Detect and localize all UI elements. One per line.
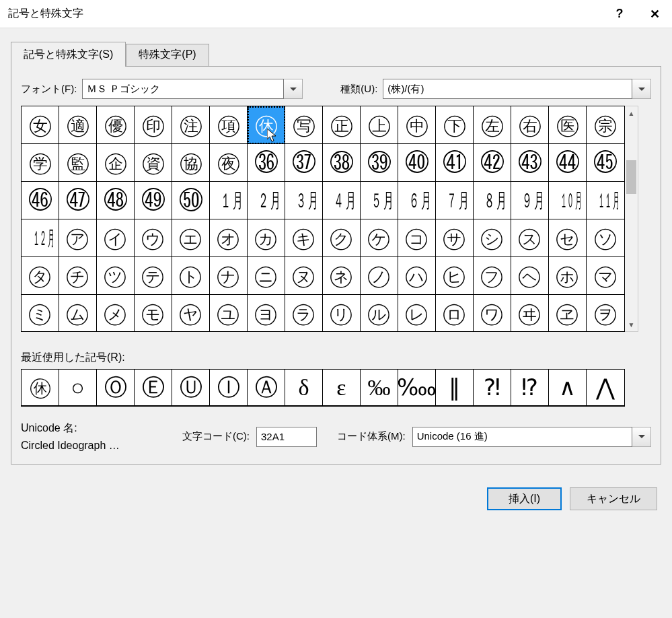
grid-cell[interactable]: ㊤ <box>361 106 398 144</box>
grid-cell[interactable]: ㋪ <box>436 257 474 295</box>
grid-cell[interactable]: ㊬ <box>59 144 97 182</box>
grid-cell[interactable]: ㋯ <box>22 295 59 332</box>
recent-cell[interactable]: ‱ <box>398 370 436 406</box>
grid-cell[interactable]: ㋉ <box>549 182 587 219</box>
grid-cell[interactable]: ㋀ <box>210 182 248 219</box>
grid-cell[interactable]: ㋥ <box>248 257 285 295</box>
grid-cell[interactable]: ㊩ <box>549 106 587 144</box>
grid-cell[interactable]: ㋚ <box>436 219 474 257</box>
recent-cell[interactable]: ε <box>323 370 361 406</box>
grid-cell[interactable]: ㋟ <box>22 257 59 295</box>
grid-cell[interactable]: ㊷ <box>474 144 511 182</box>
grid-cell[interactable]: ㋈ <box>511 182 549 219</box>
char-code-field[interactable] <box>256 427 317 447</box>
grid-scrollbar[interactable]: ▲ ▼ <box>625 106 638 332</box>
grid-cell[interactable]: ㋕ <box>248 219 285 257</box>
grid-cell[interactable]: ㊣ <box>323 106 361 144</box>
grid-cell[interactable]: ㋑ <box>97 219 135 257</box>
grid-cell[interactable]: ㊶ <box>436 144 474 182</box>
grid-cell[interactable]: ㊠ <box>210 106 248 144</box>
grid-cell[interactable]: ㊸ <box>511 144 549 182</box>
help-button[interactable]: ? <box>602 0 637 28</box>
recent-cell[interactable]: ○ <box>59 370 97 406</box>
grid-cell[interactable]: ㋳ <box>172 295 210 332</box>
grid-cell[interactable]: ㊡ <box>248 106 285 144</box>
recent-cell[interactable]: δ <box>285 370 323 406</box>
grid-cell[interactable]: ㊰ <box>210 144 248 182</box>
grid-cell[interactable]: ㋾ <box>587 295 624 332</box>
grid-cell[interactable]: ㋞ <box>587 219 624 257</box>
from-dropdown-button[interactable] <box>632 427 651 447</box>
grid-cell[interactable]: ㊭ <box>97 144 135 182</box>
font-input[interactable] <box>82 79 284 99</box>
cancel-button[interactable]: キャンセル <box>570 487 657 510</box>
from-input[interactable] <box>412 427 632 447</box>
grid-cell[interactable]: ㋘ <box>361 219 398 257</box>
grid-cell[interactable]: ㊟ <box>172 106 210 144</box>
recent-cell[interactable]: Ⓘ <box>210 370 248 406</box>
grid-cell[interactable]: ㊥ <box>398 106 436 144</box>
grid-cell[interactable]: ㊺ <box>587 144 624 182</box>
recent-cell[interactable]: ‖ <box>436 370 474 406</box>
grid-cell[interactable]: ㋽ <box>549 295 587 332</box>
recent-grid[interactable]: ㊡○ⓄⒺⓊⒾⒶδε‰‱‖⁈⁉∧⋀ <box>21 369 625 407</box>
insert-button[interactable]: 挿入(I) <box>487 487 562 510</box>
grid-cell[interactable]: ㋴ <box>210 295 248 332</box>
grid-cell[interactable]: ㋅ <box>398 182 436 219</box>
grid-cell[interactable]: ㋶ <box>285 295 323 332</box>
grid-cell[interactable]: ㊦ <box>436 106 474 144</box>
scroll-track[interactable] <box>625 120 638 318</box>
grid-cell[interactable]: ㊨ <box>511 106 549 144</box>
character-grid[interactable]: ㊛㊜㊝㊞㊟㊠㊡㊢㊣㊤㊥㊦㊧㊨㊩㊪㊫㊬㊭㊮㊯㊰㊱㊲㊳㊴㊵㊶㊷㊸㊹㊺㊻㊼㊽㊾㊿㋀㋁㋂… <box>21 106 625 332</box>
recent-cell[interactable]: ⁉ <box>511 370 549 406</box>
grid-cell[interactable]: ㊱ <box>248 144 285 182</box>
grid-cell[interactable]: ㋔ <box>210 219 248 257</box>
grid-cell[interactable]: ㋢ <box>135 257 172 295</box>
grid-cell[interactable]: ㊧ <box>474 106 511 144</box>
grid-cell[interactable]: ㊿ <box>172 182 210 219</box>
grid-cell[interactable]: ㋹ <box>398 295 436 332</box>
grid-cell[interactable]: ㋊ <box>587 182 624 219</box>
grid-cell[interactable]: ㊵ <box>398 144 436 182</box>
recent-cell[interactable]: ‰ <box>361 370 398 406</box>
grid-cell[interactable]: ㊜ <box>59 106 97 144</box>
recent-cell[interactable]: Ⓐ <box>248 370 285 406</box>
grid-cell[interactable]: ㋣ <box>172 257 210 295</box>
char-code-input[interactable] <box>256 427 317 447</box>
grid-cell[interactable]: ㋩ <box>398 257 436 295</box>
grid-cell[interactable]: ㋸ <box>361 295 398 332</box>
grid-cell[interactable]: ㋫ <box>474 257 511 295</box>
grid-cell[interactable]: ㊳ <box>323 144 361 182</box>
grid-cell[interactable]: ㋄ <box>361 182 398 219</box>
grid-cell[interactable]: ㋲ <box>135 295 172 332</box>
grid-cell[interactable]: ㋼ <box>511 295 549 332</box>
grid-cell[interactable]: ㋡ <box>97 257 135 295</box>
grid-cell[interactable]: ㊾ <box>135 182 172 219</box>
grid-cell[interactable]: ㊪ <box>587 106 624 144</box>
grid-cell[interactable]: ㋺ <box>436 295 474 332</box>
close-button[interactable]: ✕ <box>637 0 672 28</box>
font-dropdown-button[interactable] <box>284 79 303 99</box>
grid-cell[interactable]: ㋭ <box>549 257 587 295</box>
grid-cell[interactable]: ㋷ <box>323 295 361 332</box>
grid-cell[interactable]: ㊲ <box>285 144 323 182</box>
grid-cell[interactable]: ㊹ <box>549 144 587 182</box>
grid-cell[interactable]: ㋝ <box>549 219 587 257</box>
recent-cell[interactable]: Ⓤ <box>172 370 210 406</box>
grid-cell[interactable]: ㋰ <box>59 295 97 332</box>
grid-cell[interactable]: ㋗ <box>323 219 361 257</box>
scroll-down-button[interactable]: ▼ <box>625 318 638 331</box>
scroll-up-button[interactable]: ▲ <box>625 106 638 120</box>
grid-cell[interactable]: ㊢ <box>285 106 323 144</box>
grid-cell[interactable]: ㋮ <box>587 257 624 295</box>
grid-cell[interactable]: ㊴ <box>361 144 398 182</box>
grid-cell[interactable]: ㋁ <box>248 182 285 219</box>
grid-cell[interactable]: ㊼ <box>59 182 97 219</box>
recent-cell[interactable]: ㊡ <box>22 370 59 406</box>
grid-cell[interactable]: ㊽ <box>97 182 135 219</box>
grid-cell[interactable]: ㋂ <box>285 182 323 219</box>
grid-cell[interactable]: ㊛ <box>22 106 59 144</box>
grid-cell[interactable]: ㋠ <box>59 257 97 295</box>
grid-cell[interactable]: ㊻ <box>22 182 59 219</box>
grid-cell[interactable]: ㋤ <box>210 257 248 295</box>
